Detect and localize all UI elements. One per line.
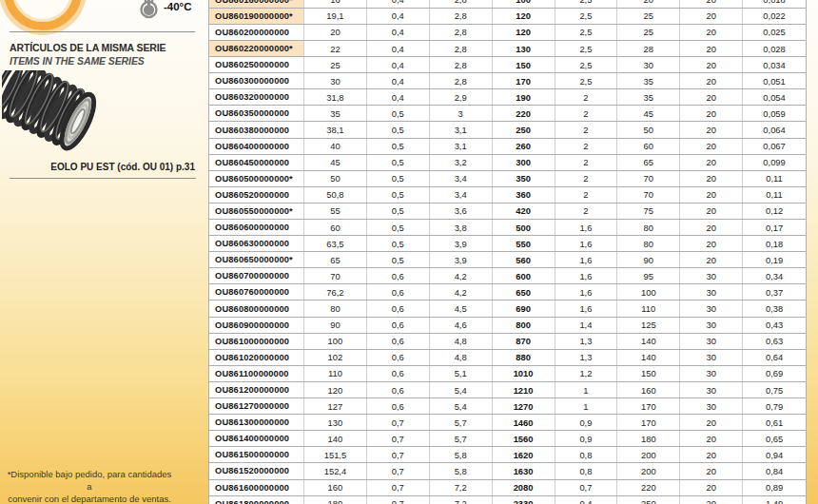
- table-row: OU8614000000001400,75,715600,9180200,65: [209, 431, 806, 447]
- value-cell: 35: [304, 106, 367, 121]
- value-cell: 0,11: [743, 171, 806, 186]
- product-code-cell: OU860160000000*: [209, 0, 304, 8]
- value-cell: 20: [680, 171, 743, 186]
- product-code-cell: OU861000000000: [209, 334, 304, 349]
- value-cell: 220: [493, 106, 555, 121]
- value-cell: 7,2: [430, 480, 493, 495]
- value-cell: 20: [680, 480, 743, 495]
- table-row: OU860700000000700,64,26001,695300,34: [209, 268, 806, 284]
- value-cell: 20: [680, 236, 743, 251]
- value-cell: 70: [617, 187, 680, 203]
- value-cell: 500: [493, 220, 555, 235]
- product-code-cell: OU861520000000: [209, 463, 304, 478]
- value-cell: 90: [304, 318, 367, 333]
- table-row: OU86032000000031,80,42,9190235200,054: [209, 89, 806, 106]
- table-row: OU860500000000*500,53,4350270200,11: [209, 171, 806, 187]
- value-cell: 2,5: [555, 41, 618, 56]
- value-cell: 20: [680, 25, 743, 40]
- value-cell: 1620: [493, 447, 555, 462]
- product-code-cell: OU860220000000*: [209, 41, 304, 56]
- value-cell: 20: [304, 25, 367, 40]
- value-cell: 80: [304, 300, 367, 316]
- value-cell: 100: [617, 284, 680, 300]
- value-cell: 0,5: [367, 252, 430, 267]
- value-cell: 152,4: [304, 463, 367, 478]
- table-row: OU8611000000001100,65,110101,2150300,69: [209, 366, 806, 382]
- value-cell: 5,8: [430, 463, 493, 478]
- product-code-cell: OU860300000000: [209, 73, 304, 88]
- value-cell: 5,4: [430, 382, 493, 397]
- value-cell: 160: [304, 480, 367, 495]
- value-cell: 0,051: [743, 73, 806, 88]
- table-row: OU86038000000038,10,53,1250250200,064: [209, 122, 806, 138]
- product-code-cell: OU860630000000: [209, 236, 304, 251]
- value-cell: 5,7: [430, 415, 493, 430]
- table-row: OU860800000000800,64,56901,6110300,38: [209, 300, 806, 317]
- same-series-title-es: ARTÍCULOS DE LA MISMA SERIE: [10, 42, 166, 53]
- value-cell: 0,79: [743, 398, 806, 414]
- value-cell: 20: [680, 73, 743, 88]
- product-code-cell: OU860250000000: [209, 57, 304, 72]
- product-code-cell: OU860500000000*: [209, 171, 304, 186]
- series-item-caption: EOLO PU EST (cód. OU 01) p.31: [50, 162, 195, 172]
- value-cell: 45: [304, 155, 367, 170]
- value-cell: 1,49: [743, 496, 806, 504]
- product-code-cell: OU861600000000: [209, 480, 304, 495]
- value-cell: 80: [617, 220, 680, 235]
- value-cell: 2: [555, 204, 618, 219]
- value-cell: 2,8: [430, 25, 493, 40]
- value-cell: 3,4: [430, 187, 493, 203]
- product-code-cell: OU861270000000: [209, 398, 304, 414]
- value-cell: 30: [680, 284, 743, 300]
- value-cell: 140: [617, 350, 680, 365]
- value-cell: 0,38: [743, 300, 806, 316]
- value-cell: 0,5: [367, 122, 430, 137]
- product-code-cell: OU861800000000: [209, 496, 304, 504]
- value-cell: 90: [617, 252, 680, 267]
- same-series-title-en: ITEMS IN THE SAME SERIES: [10, 55, 145, 67]
- product-code-cell: OU861020000000: [209, 350, 304, 365]
- value-cell: 2: [555, 139, 618, 154]
- value-cell: 2,5: [555, 57, 618, 72]
- table-row: OU861500000000151,50,75,816200,8200200,9…: [209, 447, 806, 463]
- value-cell: 130: [304, 415, 367, 430]
- value-cell: 0,4: [367, 41, 430, 56]
- value-cell: 0,11: [743, 187, 806, 203]
- value-cell: 1,6: [555, 220, 618, 235]
- value-cell: 0,5: [367, 155, 430, 170]
- value-cell: 5,4: [430, 398, 493, 414]
- product-code-cell: OU860200000000: [209, 25, 304, 40]
- value-cell: 0,4: [367, 9, 430, 24]
- table-row: OU860400000000400,53,1260260200,067: [209, 139, 806, 155]
- value-cell: 4,2: [430, 284, 493, 300]
- value-cell: 55: [304, 204, 367, 219]
- product-code-cell: OU860380000000: [209, 122, 304, 137]
- value-cell: 0,025: [743, 25, 806, 40]
- value-cell: 102: [304, 350, 367, 365]
- value-cell: 30: [617, 57, 680, 72]
- value-cell: 0,6: [367, 300, 430, 316]
- value-cell: 2: [555, 187, 618, 203]
- value-cell: 650: [493, 284, 555, 300]
- value-cell: 80: [617, 236, 680, 251]
- value-cell: 30: [680, 334, 743, 349]
- table-row: OU860650000000*650,53,95601,690200,19: [209, 252, 806, 268]
- value-cell: 690: [493, 300, 555, 316]
- table-row: OU860160000000*160,42,81002,520200,018: [209, 0, 806, 9]
- value-cell: 200: [617, 447, 680, 462]
- product-code-cell: OU860190000000*: [209, 9, 304, 24]
- value-cell: 35: [617, 89, 680, 105]
- value-cell: 2,8: [430, 73, 493, 88]
- value-cell: 19,1: [304, 9, 367, 24]
- value-cell: 2,5: [555, 73, 618, 88]
- value-cell: 360: [493, 187, 555, 203]
- product-code-cell: OU860650000000*: [209, 252, 304, 267]
- value-cell: 0,022: [743, 9, 806, 24]
- table-row: OU8613000000001300,75,714600,9170200,61: [209, 415, 806, 431]
- value-cell: 0,5: [367, 187, 430, 203]
- value-cell: 0,7: [367, 463, 430, 478]
- value-cell: 1,3: [555, 350, 618, 365]
- value-cell: 880: [493, 350, 555, 365]
- value-cell: 2: [555, 171, 618, 186]
- table-row: OU8612700000001270,65,412701170300,79: [209, 398, 806, 415]
